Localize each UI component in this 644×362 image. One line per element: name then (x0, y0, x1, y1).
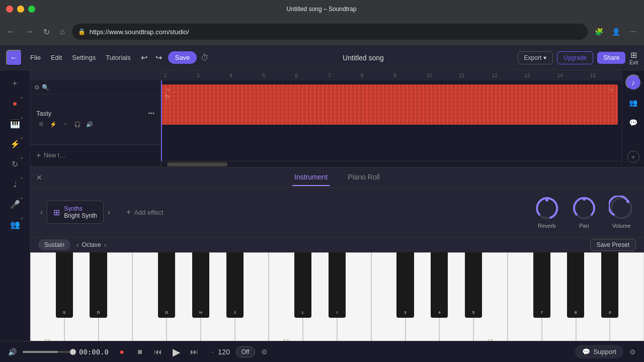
record-button[interactable]: ● (115, 345, 129, 359)
synth-prev-button[interactable]: ‹ (40, 208, 43, 217)
piano-keyboard: C3 Z X C V B N (30, 252, 644, 341)
metronome-off-button[interactable]: Off (236, 346, 255, 357)
profile-button[interactable]: 👤 (609, 25, 623, 39)
sidebar-fx-button[interactable]: ⚡× (6, 135, 24, 153)
app-back-button[interactable]: ← (6, 50, 22, 66)
browser-maximize-button[interactable] (28, 6, 35, 13)
address-bar[interactable]: 🔒 https://www.soundtrap.com/studio/ (72, 24, 588, 40)
horizontal-scrollbar[interactable] (161, 161, 622, 167)
sustain-button[interactable]: Sustain (38, 239, 70, 250)
track-edit-button[interactable]: ⚡ (48, 119, 58, 129)
volume-knob-container: Volume (609, 196, 634, 229)
add-new-track-row[interactable]: + New t… (30, 145, 160, 165)
toolbar-right: Export ▾ Upgrade Share ⊞ Exit (518, 50, 638, 65)
svg-point-5 (626, 200, 629, 203)
instrument-tab[interactable]: Instrument (292, 169, 330, 186)
song-title: Untitled song (343, 54, 384, 62)
c3-note-label: C3 (44, 338, 50, 341)
synth-selector-box[interactable]: ⊞ Synths Bright Synth (47, 201, 103, 224)
volume-knob[interactable] (609, 196, 634, 221)
black-key-cs4[interactable]: L (294, 252, 311, 318)
redo-button[interactable]: ↪ (153, 51, 164, 64)
volume-slider[interactable] (23, 351, 73, 353)
fast-forward-button[interactable]: ⏭ (187, 345, 201, 359)
upgrade-button[interactable]: Upgrade (557, 51, 593, 64)
comment-icon-button[interactable]: 💬 (625, 115, 641, 131)
volume-knob-label: Volume (612, 223, 631, 229)
chat-icon-button[interactable]: ♪ (625, 74, 641, 90)
browser-forward-button[interactable]: → (22, 25, 36, 38)
timeline-settings-icon[interactable]: ⚙ (34, 84, 40, 91)
file-menu-button[interactable]: File (26, 52, 45, 63)
extensions-button[interactable]: 🧩 (592, 25, 606, 39)
panel-close-button[interactable]: ✕ (36, 173, 42, 182)
app-settings-button[interactable]: ⚙ (629, 348, 636, 356)
save-button[interactable]: Save (168, 51, 197, 64)
black-key-as3[interactable]: J (226, 252, 244, 318)
exit-icon: ⊞ (630, 50, 637, 60)
volume-icon: 🔊 (8, 348, 17, 356)
octave-next-button[interactable]: › (104, 241, 107, 249)
black-key-gs3[interactable]: H (192, 252, 209, 318)
sidebar-collab-button[interactable]: 👥× (6, 215, 24, 233)
browser-minimize-button[interactable] (17, 6, 24, 13)
rewind-button[interactable]: ⏮ (151, 345, 165, 359)
save-preset-button[interactable]: Save Preset (590, 239, 636, 251)
browser-refresh-button[interactable]: ↻ (40, 25, 53, 39)
browser-titlebar: Untitled song – Soundtrap (0, 0, 644, 18)
pan-knob[interactable] (572, 196, 597, 221)
track-headers: ⚙ 🔍 Tasty ••• R ⚡ ~ (30, 70, 161, 167)
settings-menu-button[interactable]: Settings (68, 52, 100, 63)
ds4-key-label: I (337, 310, 338, 315)
sidebar-loop-button[interactable]: ↻× (6, 155, 24, 173)
track-mute-button[interactable]: 🔊 (85, 119, 95, 129)
export-button[interactable]: Export ▾ (518, 51, 553, 64)
octave-prev-button[interactable]: ‹ (76, 241, 79, 249)
track-automation-button[interactable]: ~ (60, 119, 70, 129)
timeline-zoom-icon[interactable]: 🔍 (42, 84, 49, 91)
browser-back-button[interactable]: ← (4, 25, 18, 38)
reverb-knob[interactable] (534, 196, 559, 221)
black-key-as5[interactable]: 0 (601, 252, 618, 318)
black-key-cs5[interactable]: 7 (533, 252, 550, 318)
black-key-cs3[interactable]: S (56, 252, 73, 318)
ruler-mark-10: 10 (425, 73, 458, 78)
browser-home-button[interactable]: ⌂ (57, 25, 68, 38)
black-key-fs3[interactable]: G (158, 252, 175, 318)
black-key-ds3[interactable]: D (90, 252, 107, 318)
sidebar-instrument-button[interactable]: 🎹× (6, 115, 24, 133)
black-key-ds4[interactable]: I (329, 252, 346, 318)
scrollbar-thumb[interactable] (167, 162, 227, 166)
edit-menu-button[interactable]: Edit (47, 52, 66, 63)
stop-button[interactable]: ■ (133, 345, 147, 359)
track-more-button[interactable]: ••• (148, 110, 154, 117)
play-button[interactable]: ▶ (169, 345, 183, 359)
playhead-controls: ⚙ 🔍 (30, 80, 160, 95)
black-key-as4[interactable]: 5 (465, 252, 482, 318)
synth-next-button[interactable]: › (108, 208, 110, 217)
exit-button[interactable]: ⊞ Exit (629, 50, 638, 65)
track-headphones-button[interactable]: 🎧 (72, 119, 83, 129)
add-collaborator-button[interactable]: + (627, 151, 639, 163)
sidebar-mic-button[interactable]: 🎤× (6, 195, 24, 213)
black-key-gs4[interactable]: 4 (431, 252, 448, 318)
piano-roll-tab[interactable]: Piano Roll (346, 169, 382, 186)
black-key-fs4[interactable]: 3 (396, 252, 414, 318)
browser-menu-button[interactable]: ⋯ (626, 25, 640, 39)
support-label: Support (593, 348, 616, 355)
tempo-icon[interactable]: ⏱ (201, 53, 209, 62)
add-effect-button[interactable]: + Add effect (120, 204, 170, 221)
transport-settings-button[interactable]: ⚙ (261, 348, 268, 356)
share-button[interactable]: Share (597, 52, 625, 64)
undo-button[interactable]: ↩ (139, 51, 149, 64)
support-button[interactable]: 💬 Support (575, 345, 623, 358)
sidebar-rec-button[interactable]: ●× (6, 95, 24, 113)
sidebar-beat-button[interactable]: ♩× (6, 175, 24, 193)
track-record-button[interactable]: R (36, 119, 46, 129)
piano-clip[interactable]: → → ↻ (161, 84, 618, 125)
users-icon-button[interactable]: 👥 (625, 95, 641, 111)
tutorials-menu-button[interactable]: Tutorials (102, 52, 134, 63)
black-key-ds5[interactable]: 8 (567, 252, 584, 318)
sidebar-add-track-button[interactable]: + (6, 74, 24, 93)
browser-close-button[interactable] (6, 6, 13, 13)
